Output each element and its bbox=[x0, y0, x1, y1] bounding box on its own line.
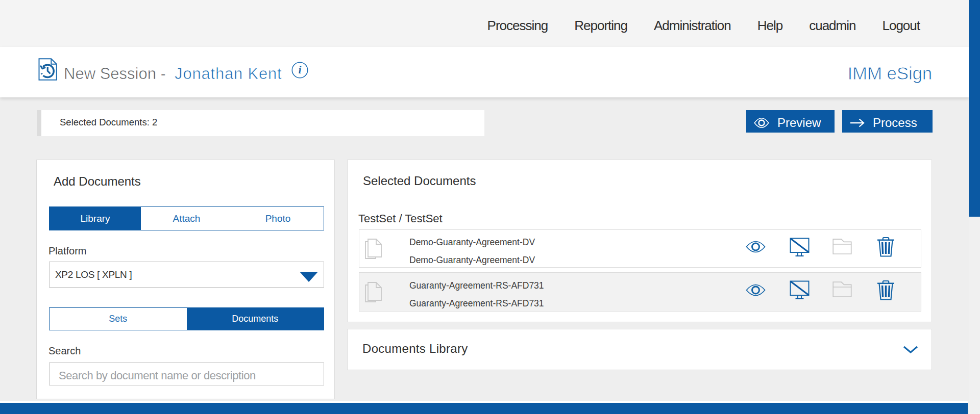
svg-text:i: i bbox=[299, 64, 302, 75]
